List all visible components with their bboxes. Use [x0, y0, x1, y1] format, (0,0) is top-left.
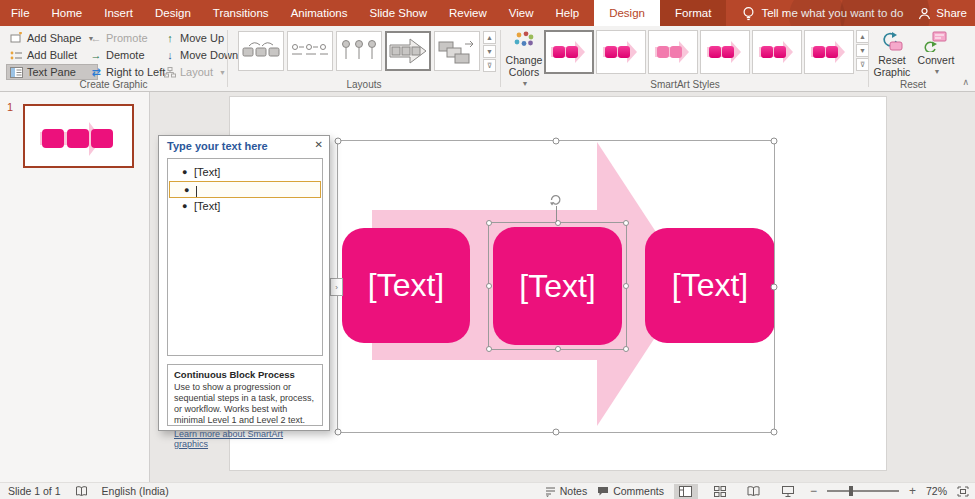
resize-handle[interactable] [555, 346, 561, 352]
text-pane-button[interactable]: Text Pane [6, 64, 98, 80]
slideshow-view-button[interactable] [776, 484, 800, 499]
notes-label: Notes [560, 485, 587, 497]
fit-to-window-button[interactable] [957, 486, 969, 497]
slide-indicator: Slide 1 of 1 [8, 485, 61, 497]
promote-button[interactable]: ← Promote [86, 30, 169, 46]
layout-option-continuous-block-process[interactable] [385, 31, 431, 71]
notes-button[interactable]: Notes [545, 485, 587, 497]
thumbnail-box-shape [42, 129, 64, 148]
text-pane-item-text: [Text] [194, 200, 220, 212]
add-shape-label: Add Shape [27, 32, 81, 44]
reset-graphic-button[interactable]: Reset Graphic [870, 28, 914, 78]
text-pane-item-1[interactable]: ● [Text] [168, 164, 322, 181]
spell-check-button[interactable] [75, 486, 88, 497]
text-pane-icon [10, 67, 23, 78]
zoom-slider[interactable] [827, 490, 899, 492]
menu-tab-file[interactable]: File [0, 0, 41, 26]
workspace: 1 [Text] [Text] [Text] [0, 92, 975, 482]
menu-tab-help[interactable]: Help [545, 0, 591, 26]
smartart-style-6[interactable] [804, 30, 854, 74]
menu-tab-slideshow[interactable]: Slide Show [359, 0, 439, 26]
resize-handle[interactable] [623, 346, 629, 352]
lightbulb-icon [742, 6, 755, 21]
slide-sorter-icon [714, 486, 726, 497]
style-thumbnail [703, 34, 747, 70]
zoom-in-button[interactable]: + [909, 484, 916, 498]
menu-tab-view[interactable]: View [498, 0, 545, 26]
menu-tab-design[interactable]: Design [144, 0, 202, 26]
smartart-style-1[interactable] [544, 30, 594, 74]
layout-description-body: Use to show a progression or sequential … [174, 382, 316, 426]
titlebar-decoration [789, 0, 845, 26]
menu-tab-transitions[interactable]: Transitions [202, 0, 280, 26]
share-button[interactable]: Share [918, 0, 967, 26]
resize-handle[interactable] [553, 429, 560, 436]
resize-handle[interactable] [771, 138, 778, 145]
smartart-tools-tab-group: Design Format [594, 0, 726, 26]
resize-handle[interactable] [486, 283, 492, 289]
comments-button[interactable]: Comments [597, 485, 664, 497]
text-pane-item-3[interactable]: ● [Text] [168, 198, 322, 215]
layouts-scroll-down-button[interactable]: ▼ [483, 45, 496, 58]
add-bullet-button[interactable]: Add Bullet [6, 47, 98, 63]
shape-selection-frame[interactable] [488, 222, 627, 350]
smartart-style-3[interactable] [648, 30, 698, 74]
layout-option-2[interactable] [287, 31, 333, 71]
style-thumbnail [599, 34, 643, 70]
language-indicator[interactable]: English (India) [102, 485, 169, 497]
smartart-style-5[interactable] [752, 30, 802, 74]
close-icon[interactable]: ✕ [315, 139, 323, 150]
right-to-left-button[interactable]: ⇄ Right to Left [86, 64, 169, 80]
resize-handle[interactable] [771, 283, 778, 290]
text-pane-window: Type your text here ✕ ● [Text] ● ● [Text… [158, 135, 330, 431]
reading-view-icon [747, 486, 760, 497]
resize-handle[interactable] [335, 138, 342, 145]
resize-handle[interactable] [335, 429, 342, 436]
layouts-scroll-up-button[interactable]: ▲ [483, 31, 496, 44]
layout-thumbnail-icon [388, 35, 428, 67]
normal-view-button[interactable] [674, 484, 698, 499]
smartart-style-4[interactable] [700, 30, 750, 74]
convert-button[interactable]: Convert ▼ [916, 28, 956, 78]
text-pane-label: Text Pane [27, 66, 76, 78]
layout-thumbnail-icon [290, 35, 330, 67]
resize-handle[interactable] [486, 220, 492, 226]
reading-view-button[interactable] [742, 484, 766, 499]
add-shape-button[interactable]: Add Shape ▼ [6, 30, 98, 46]
smartart-style-2[interactable] [596, 30, 646, 74]
zoom-slider-thumb[interactable] [849, 486, 853, 496]
demote-button[interactable]: → Demote [86, 47, 169, 63]
layouts-more-button[interactable]: ⊽ [483, 59, 496, 72]
menu-tab-home[interactable]: Home [41, 0, 94, 26]
layout-option-3[interactable] [336, 31, 382, 71]
resize-handle[interactable] [553, 138, 560, 145]
add-bullet-label: Add Bullet [27, 49, 77, 61]
layout-description-box: Continuous Block Process Use to show a p… [167, 364, 323, 426]
menu-tab-insert[interactable]: Insert [93, 0, 144, 26]
group-layouts: ▲ ▼ ⊽ Layouts [228, 26, 500, 91]
resize-handle[interactable] [486, 346, 492, 352]
resize-handle[interactable] [623, 220, 629, 226]
layout-option-1[interactable] [238, 31, 284, 71]
collapse-ribbon-button[interactable]: ∧ [962, 77, 969, 87]
right-to-left-label: Right to Left [106, 66, 165, 78]
rotate-handle[interactable] [548, 192, 563, 206]
right-to-left-icon: ⇄ [90, 66, 102, 79]
convert-label: Convert [918, 54, 955, 66]
text-pane-item-2-active[interactable]: ● [169, 181, 321, 198]
slide-sorter-view-button[interactable] [708, 484, 732, 499]
slide-thumbnail-panel: 1 [0, 92, 150, 482]
resize-handle[interactable] [771, 429, 778, 436]
text-pane-toggle-button[interactable]: › [330, 278, 343, 296]
zoom-out-button[interactable]: − [810, 484, 817, 498]
resize-handle[interactable] [623, 283, 629, 289]
status-bar: Slide 1 of 1 English (India) Notes Comme… [0, 482, 975, 499]
menu-tab-review[interactable]: Review [438, 0, 498, 26]
learn-more-link[interactable]: Learn more about SmartArt graphics [174, 429, 316, 449]
slide-thumbnail-1[interactable] [23, 104, 134, 168]
layout-option-5[interactable] [434, 31, 480, 71]
contextual-tab-format[interactable]: Format [660, 0, 726, 26]
contextual-tab-design[interactable]: Design [594, 0, 660, 26]
zoom-level[interactable]: 72% [926, 485, 947, 497]
menu-tab-animations[interactable]: Animations [280, 0, 359, 26]
